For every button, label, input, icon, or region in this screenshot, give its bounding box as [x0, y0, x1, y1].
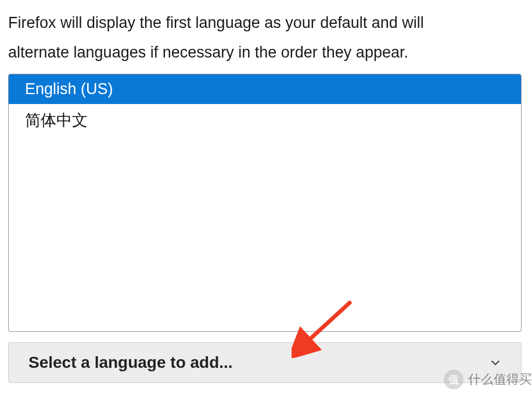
- language-list-item[interactable]: 简体中文: [9, 104, 521, 137]
- watermark-badge-icon: 值: [444, 370, 463, 389]
- description-line-2: alternate languages if necessary in the …: [8, 44, 408, 61]
- language-item-label: English (US): [25, 80, 113, 98]
- chevron-down-icon: [490, 357, 501, 368]
- language-list-item[interactable]: English (US): [9, 74, 521, 104]
- language-settings-description: Firefox will display the first language …: [8, 8, 532, 68]
- language-item-label: 简体中文: [25, 112, 88, 129]
- language-list-box[interactable]: English (US) 简体中文: [8, 74, 522, 332]
- watermark: 值 什么值得买: [444, 370, 532, 389]
- add-language-label: Select a language to add...: [28, 353, 233, 372]
- description-line-1: Firefox will display the first language …: [8, 14, 424, 31]
- watermark-text: 什么值得买: [468, 371, 532, 388]
